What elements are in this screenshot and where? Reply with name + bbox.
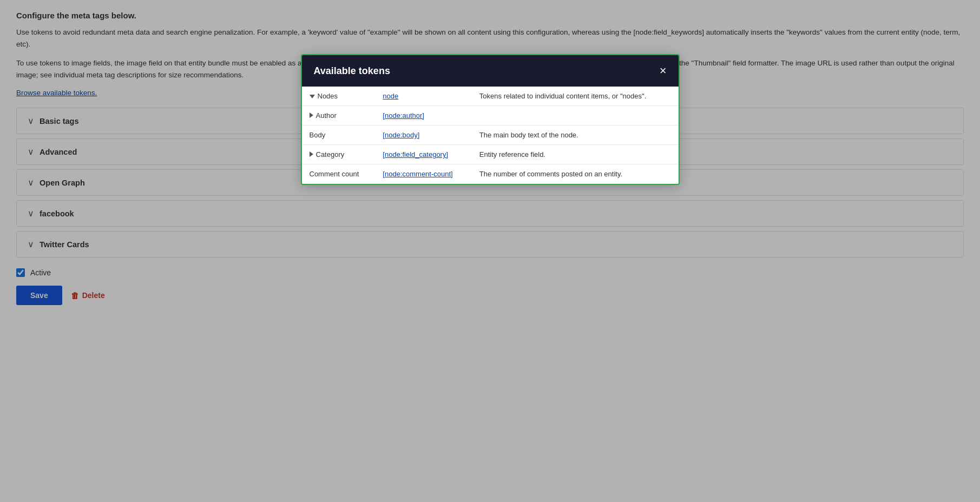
collapse-triangle-icon (310, 95, 315, 98)
token-value-comment-count[interactable]: [node:comment-count] (375, 164, 472, 184)
table-row: Comment count [node:comment-count] The n… (302, 164, 679, 184)
modal-overlay[interactable]: Available tokens × Nodes node Tokens rel… (0, 0, 980, 502)
token-name-author: Author (302, 106, 376, 126)
modal-body[interactable]: Nodes node Tokens related to individual … (302, 87, 679, 184)
tokens-table: Nodes node Tokens related to individual … (302, 87, 679, 184)
expand-triangle-icon (310, 113, 313, 118)
token-description-body: The main body text of the node. (472, 126, 679, 145)
token-link-author[interactable]: [node:author] (383, 111, 424, 120)
token-link-category[interactable]: [node:field_category] (383, 150, 448, 158)
token-value-body[interactable]: [node:body] (375, 126, 472, 145)
modal-close-button[interactable]: × (660, 65, 667, 77)
modal-title: Available tokens (314, 65, 390, 77)
table-row: Nodes node Tokens related to individual … (302, 87, 679, 106)
table-row: Author [node:author] (302, 106, 679, 126)
token-name-comment-count: Comment count (302, 164, 376, 184)
token-description-author (472, 106, 679, 126)
token-name-category: Category (302, 145, 376, 164)
modal-header: Available tokens × (302, 55, 679, 87)
token-link-node[interactable]: node (383, 92, 398, 100)
token-link-body[interactable]: [node:body] (383, 131, 419, 139)
token-name-nodes: Nodes (302, 87, 376, 106)
token-value-category[interactable]: [node:field_category] (375, 145, 472, 164)
token-name-body: Body (302, 126, 376, 145)
token-description-nodes: Tokens related to individual content ite… (472, 87, 679, 106)
token-link-comment-count[interactable]: [node:comment-count] (383, 170, 452, 178)
expand-triangle-icon-cat (310, 151, 313, 157)
table-row: Body [node:body] The main body text of t… (302, 126, 679, 145)
token-value-nodes[interactable]: node (375, 87, 472, 106)
token-value-author[interactable]: [node:author] (375, 106, 472, 126)
available-tokens-modal: Available tokens × Nodes node Tokens rel… (301, 54, 680, 185)
tokens-table-body: Nodes node Tokens related to individual … (302, 87, 679, 184)
token-description-comment-count: The number of comments posted on an enti… (472, 164, 679, 184)
table-row: Category [node:field_category] Entity re… (302, 145, 679, 164)
token-description-category: Entity reference field. (472, 145, 679, 164)
